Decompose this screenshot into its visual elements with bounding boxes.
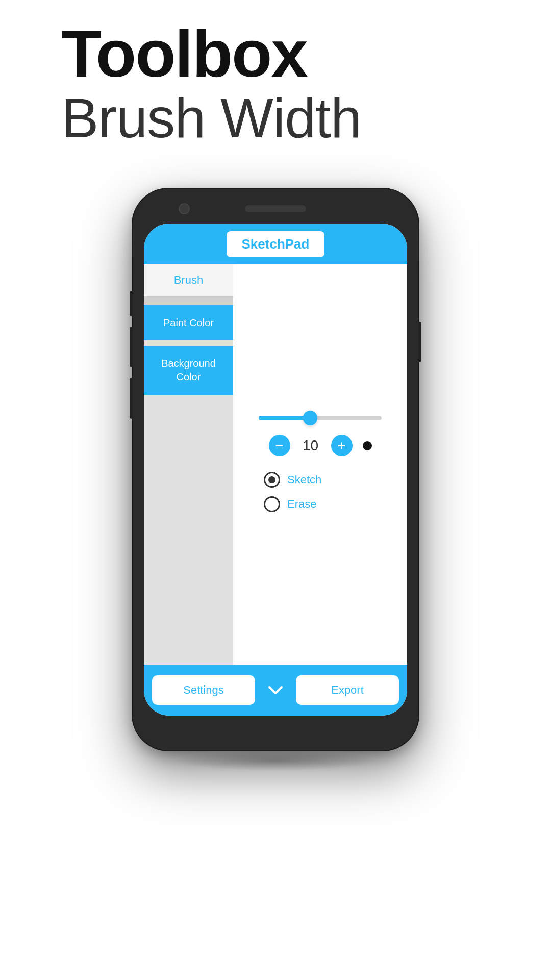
app-content: SketchPad Brush Paint Color Background C…: [144, 224, 407, 716]
sketch-radio-outer: [264, 472, 280, 488]
phone-screen: SketchPad Brush Paint Color Background C…: [144, 224, 407, 716]
chevron-down-button[interactable]: [260, 675, 291, 705]
erase-radio-outer: [264, 496, 280, 512]
brush-size-controls: − 10 +: [269, 435, 372, 456]
brush-preview-dot: [363, 441, 372, 450]
phone-volume-up-button: [130, 327, 133, 368]
phone-volume-down-button: [130, 378, 133, 419]
sketch-radio-inner: [268, 476, 276, 483]
decrease-button[interactable]: −: [269, 435, 290, 456]
phone-mute-button: [130, 291, 133, 316]
sidebar-brush-tab[interactable]: Brush: [144, 264, 233, 297]
phone-speaker: [245, 205, 306, 212]
chevron-down-icon: [266, 681, 285, 699]
title-toolbox: Toolbox: [61, 20, 490, 87]
erase-mode-radio[interactable]: Erase: [264, 496, 321, 512]
phone-device: SketchPad Brush Paint Color Background C…: [133, 189, 418, 750]
brush-width-slider-container[interactable]: [243, 416, 397, 420]
sidebar-gap: [144, 297, 233, 305]
sketch-mode-radio[interactable]: Sketch: [264, 472, 321, 488]
header-section: Toolbox Brush Width: [61, 20, 490, 149]
phone-camera: [179, 203, 190, 214]
increase-button[interactable]: +: [331, 435, 353, 456]
brush-size-value: 10: [300, 437, 321, 454]
phone-shell: SketchPad Brush Paint Color Background C…: [133, 189, 418, 750]
app-bottombar: Settings Export: [144, 665, 407, 716]
paint-color-button[interactable]: Paint Color: [144, 305, 233, 340]
app-title: SketchPad: [227, 231, 325, 257]
app-panel: − 10 +: [233, 264, 407, 665]
slider-thumb[interactable]: [303, 411, 317, 425]
background-color-button[interactable]: Background Color: [144, 346, 233, 395]
app-sidebar: Brush Paint Color Background Color: [144, 264, 233, 665]
slider-track[interactable]: [259, 416, 382, 420]
slider-fill: [259, 416, 310, 420]
phone-shadow: [173, 750, 378, 771]
sketch-radio-label: Sketch: [287, 473, 321, 486]
title-brush-width: Brush Width: [61, 87, 490, 149]
app-topbar: SketchPad: [144, 224, 407, 264]
app-main: Brush Paint Color Background Color: [144, 264, 407, 665]
settings-button[interactable]: Settings: [152, 675, 255, 705]
export-button[interactable]: Export: [296, 675, 399, 705]
mode-radio-group: Sketch Erase: [264, 472, 321, 512]
erase-radio-label: Erase: [287, 498, 316, 511]
phone-power-button: [418, 322, 421, 362]
